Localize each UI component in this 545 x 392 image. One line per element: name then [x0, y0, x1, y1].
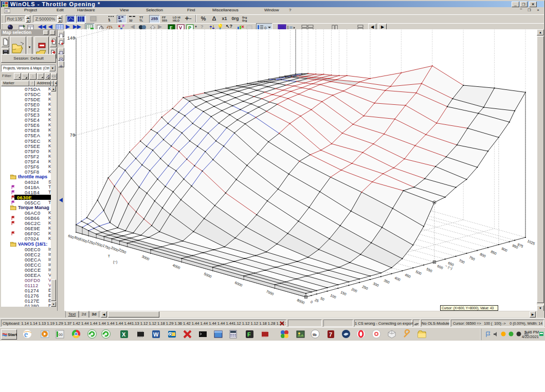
svg-text:850: 850: [490, 250, 497, 255]
svg-text:X: X: [122, 331, 126, 338]
svg-text:TL: TL: [139, 19, 143, 22]
svg-text:2000: 2000: [110, 246, 119, 252]
svg-text:200: 200: [351, 287, 358, 293]
svg-text:tb: tb: [313, 332, 317, 337]
svg-text:4000: 4000: [172, 263, 180, 270]
svg-text:00: 00: [59, 333, 63, 337]
svg-text:HILO: HILO: [173, 19, 180, 22]
svg-text:500: 500: [415, 270, 422, 275]
svg-text:(~): (~): [113, 260, 117, 264]
svg-text:750: 750: [468, 255, 476, 261]
svg-text:1250: 1250: [86, 239, 95, 246]
svg-text:600: 600: [437, 264, 444, 270]
svg-text:3000: 3000: [141, 254, 150, 261]
svg-text:7: 7: [329, 331, 332, 338]
svg-text:8: 8: [108, 19, 111, 22]
svg-text:900: 900: [501, 247, 508, 252]
svg-text:T: T: [108, 254, 111, 258]
svg-text:555: 555: [162, 19, 168, 22]
svg-text:8000: 8000: [296, 298, 305, 305]
svg-text:1000: 1000: [79, 237, 87, 244]
svg-text:50: 50: [320, 296, 325, 302]
svg-text:600: 600: [67, 234, 75, 239]
svg-text:F: F: [247, 331, 251, 338]
svg-text:800: 800: [479, 252, 486, 258]
svg-text:400: 400: [394, 276, 401, 282]
svg-text:140: 140: [67, 36, 75, 41]
svg-text:350: 350: [383, 278, 390, 284]
svg-text:300: 300: [372, 282, 379, 287]
svg-text:e: e: [24, 330, 28, 339]
svg-text:7000: 7000: [265, 289, 274, 296]
svg-text:32: 32: [129, 19, 133, 22]
svg-text:250: 250: [361, 285, 369, 290]
svg-text:550: 550: [426, 267, 433, 273]
svg-text:1025: 1025: [526, 239, 535, 246]
svg-text:1750: 1750: [102, 244, 111, 250]
svg-text:0rg: 0rg: [242, 19, 247, 22]
svg-text:6000: 6000: [234, 281, 243, 287]
svg-text:100: 100: [330, 293, 337, 299]
svg-text:150: 150: [340, 290, 347, 296]
svg-text:0: 0: [310, 300, 314, 304]
svg-text:5000: 5000: [203, 272, 212, 278]
svg-text:70: 70: [70, 133, 75, 138]
svg-text:W: W: [153, 331, 159, 338]
svg-text:2250: 2250: [118, 248, 126, 254]
svg-text:16: 16: [118, 20, 122, 23]
svg-text:700: 700: [458, 258, 465, 264]
svg-text:O: O: [169, 332, 172, 337]
svg-text:450: 450: [404, 273, 411, 278]
svg-text:25: 25: [314, 298, 319, 303]
